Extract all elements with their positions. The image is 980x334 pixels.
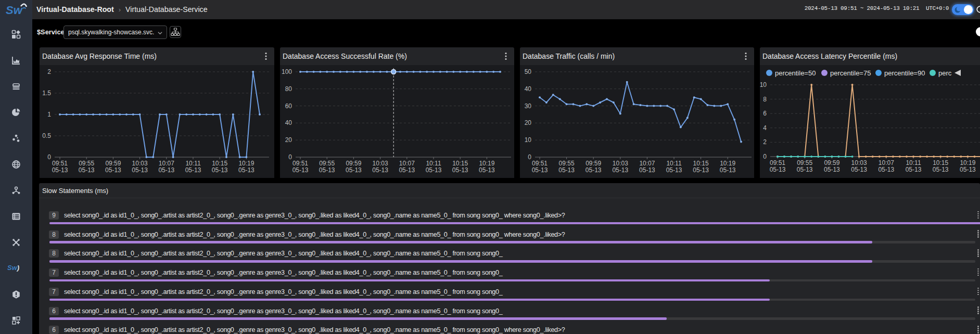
svg-text:10:11: 10:11 [185, 160, 200, 167]
svg-text:09:55: 09:55 [559, 160, 575, 167]
svg-text:05-13: 05-13 [426, 166, 442, 174]
svg-text:0: 0 [763, 153, 767, 160]
svg-text:05-13: 05-13 [720, 166, 736, 174]
svg-text:1.5: 1.5 [42, 89, 51, 97]
svg-text:100: 100 [282, 68, 292, 75]
svg-text:05-13: 05-13 [185, 166, 201, 174]
svg-text:10:07: 10:07 [159, 160, 174, 167]
svg-text:10:03: 10:03 [132, 160, 148, 167]
svg-text:05-13: 05-13 [666, 166, 682, 174]
svg-text:50: 50 [525, 68, 532, 75]
svg-text:09:51: 09:51 [532, 160, 548, 167]
svg-text:percentile=75: percentile=75 [830, 69, 871, 77]
svg-text:8: 8 [763, 96, 767, 103]
svg-text:0: 0 [288, 153, 292, 161]
svg-text:05-13: 05-13 [452, 166, 468, 174]
svg-text:60: 60 [285, 102, 292, 110]
svg-text:05-13: 05-13 [824, 166, 840, 173]
svg-text:05-13: 05-13 [132, 166, 148, 174]
svg-text:05-13: 05-13 [532, 166, 548, 174]
svg-text:10:15: 10:15 [693, 160, 709, 167]
svg-text:05-13: 05-13 [906, 166, 922, 173]
svg-text:05-13: 05-13 [612, 166, 628, 174]
svg-text:05-13: 05-13 [292, 166, 309, 174]
svg-text:05-13: 05-13 [79, 166, 95, 174]
svg-text:10:15: 10:15 [452, 160, 468, 167]
svg-text:10:07: 10:07 [879, 159, 894, 166]
svg-text:1: 1 [47, 111, 51, 118]
svg-text:05-13: 05-13 [639, 166, 655, 174]
svg-text:percentile=90: percentile=90 [884, 69, 925, 77]
svg-text:05-13: 05-13 [399, 166, 415, 174]
svg-text:percentile=50: percentile=50 [775, 69, 816, 77]
svg-text:05-13: 05-13 [851, 166, 867, 173]
svg-text:09:51: 09:51 [52, 160, 68, 167]
svg-text:05-13: 05-13 [558, 166, 575, 174]
svg-text:10: 10 [760, 81, 767, 88]
svg-text:10:11: 10:11 [906, 159, 921, 166]
svg-text:0.5: 0.5 [42, 132, 51, 139]
svg-text:10:03: 10:03 [373, 160, 388, 167]
svg-text:10:03: 10:03 [851, 159, 867, 166]
svg-text:10:19: 10:19 [238, 160, 254, 167]
svg-text:05-13: 05-13 [158, 166, 174, 174]
svg-text:10:19: 10:19 [479, 160, 494, 167]
svg-text:10:03: 10:03 [613, 160, 628, 167]
svg-text:perc: perc [938, 69, 952, 77]
svg-text:05-13: 05-13 [693, 166, 709, 174]
svg-text:30: 30 [525, 102, 532, 110]
svg-text:10:19: 10:19 [960, 159, 975, 166]
svg-text:10:07: 10:07 [399, 160, 415, 167]
svg-text:05-13: 05-13 [52, 166, 68, 174]
svg-text:09:59: 09:59 [586, 160, 601, 167]
svg-text:09:55: 09:55 [79, 160, 94, 167]
svg-text:05-13: 05-13 [797, 166, 813, 173]
svg-text:05-13: 05-13 [105, 166, 121, 174]
svg-text:05-13: 05-13 [960, 166, 976, 173]
svg-text:05-13: 05-13 [933, 166, 949, 173]
svg-text:09:51: 09:51 [292, 160, 308, 167]
svg-text:2: 2 [47, 68, 51, 75]
svg-text:05-13: 05-13 [372, 166, 388, 174]
svg-text:05-13: 05-13 [319, 166, 335, 174]
svg-text:10:07: 10:07 [639, 160, 655, 167]
svg-text:05-13: 05-13 [212, 166, 228, 174]
svg-text:10:15: 10:15 [212, 160, 227, 167]
svg-text:40: 40 [285, 119, 292, 126]
svg-text:09:59: 09:59 [824, 159, 839, 166]
svg-text:05-13: 05-13 [878, 166, 894, 173]
svg-text:09:59: 09:59 [346, 160, 361, 167]
svg-text:4: 4 [763, 124, 767, 132]
svg-text:05-13: 05-13 [479, 166, 495, 174]
svg-text:80: 80 [285, 85, 292, 93]
svg-text:05-13: 05-13 [770, 166, 786, 173]
svg-text:10:11: 10:11 [666, 160, 681, 167]
svg-text:09:59: 09:59 [105, 160, 121, 167]
svg-text:6: 6 [763, 110, 767, 117]
svg-text:0: 0 [47, 153, 51, 161]
svg-text:2: 2 [763, 138, 767, 146]
svg-text:20: 20 [285, 136, 292, 144]
svg-text:10:11: 10:11 [426, 160, 441, 167]
svg-text:09:51: 09:51 [770, 159, 785, 166]
svg-text:40: 40 [525, 85, 532, 93]
svg-text:05-13: 05-13 [238, 166, 254, 174]
svg-text:0: 0 [528, 153, 531, 161]
svg-text:10: 10 [525, 136, 532, 144]
svg-text:09:55: 09:55 [797, 159, 812, 166]
svg-text:05-13: 05-13 [586, 166, 602, 174]
svg-text:09:55: 09:55 [319, 160, 335, 167]
svg-text:10:15: 10:15 [933, 159, 948, 166]
svg-text:20: 20 [525, 119, 532, 126]
svg-text:10:19: 10:19 [720, 160, 735, 167]
svg-text:05-13: 05-13 [346, 166, 362, 174]
